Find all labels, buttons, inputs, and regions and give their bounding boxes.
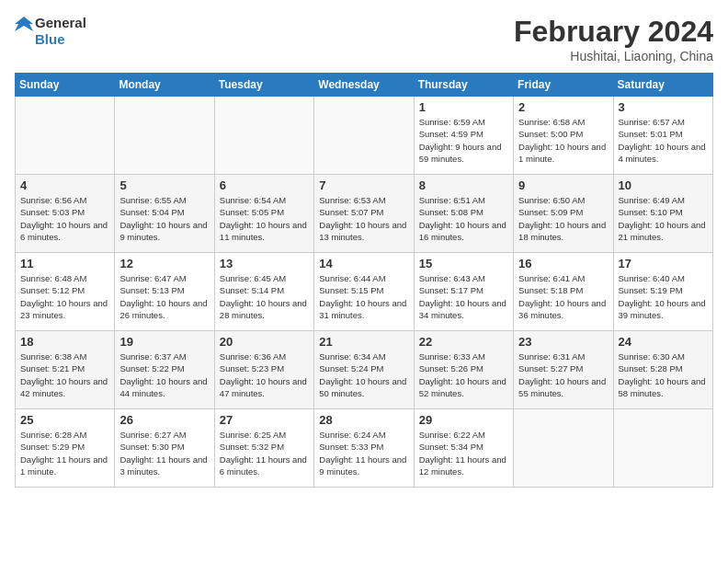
day-info: Sunrise: 6:27 AM Sunset: 5:30 PM Dayligh… <box>119 429 209 477</box>
calendar-cell: 11Sunrise: 6:48 AM Sunset: 5:12 PM Dayli… <box>16 253 115 331</box>
day-info: Sunrise: 6:48 AM Sunset: 5:12 PM Dayligh… <box>20 272 109 321</box>
calendar-cell: 21Sunrise: 6:34 AM Sunset: 5:24 PM Dayli… <box>314 331 414 409</box>
day-info: Sunrise: 6:28 AM Sunset: 5:29 PM Dayligh… <box>20 429 109 477</box>
calendar-cell: 5Sunrise: 6:55 AM Sunset: 5:04 PM Daylig… <box>115 175 214 253</box>
calendar-cell: 16Sunrise: 6:41 AM Sunset: 5:18 PM Dayli… <box>514 253 613 331</box>
location: Hushitai, Liaoning, China <box>514 49 713 63</box>
day-number: 23 <box>518 335 608 349</box>
day-number: 24 <box>619 335 708 349</box>
day-number: 1 <box>419 100 508 114</box>
day-info: Sunrise: 6:49 AM Sunset: 5:10 PM Dayligh… <box>619 194 708 243</box>
calendar-cell: 25Sunrise: 6:28 AM Sunset: 5:29 PM Dayli… <box>16 409 115 488</box>
day-number: 4 <box>20 178 109 192</box>
calendar-cell: 10Sunrise: 6:49 AM Sunset: 5:10 PM Dayli… <box>613 175 712 253</box>
day-number: 16 <box>518 257 608 270</box>
weekday-header-friday: Friday <box>514 74 613 97</box>
calendar-cell: 19Sunrise: 6:37 AM Sunset: 5:22 PM Dayli… <box>115 331 214 409</box>
day-info: Sunrise: 6:37 AM Sunset: 5:22 PM Dayligh… <box>119 350 209 399</box>
day-number: 8 <box>419 178 508 192</box>
calendar-cell <box>514 409 613 488</box>
calendar-cell: 23Sunrise: 6:31 AM Sunset: 5:27 PM Dayli… <box>514 331 613 409</box>
week-row-3: 11Sunrise: 6:48 AM Sunset: 5:12 PM Dayli… <box>16 253 713 331</box>
weekday-header-saturday: Saturday <box>613 74 712 97</box>
calendar-cell: 7Sunrise: 6:53 AM Sunset: 5:07 PM Daylig… <box>314 175 414 253</box>
calendar-cell: 18Sunrise: 6:38 AM Sunset: 5:21 PM Dayli… <box>16 331 115 409</box>
logo-line2: Blue <box>35 31 86 48</box>
day-info: Sunrise: 6:59 AM Sunset: 4:59 PM Dayligh… <box>419 116 508 165</box>
calendar-cell: 17Sunrise: 6:40 AM Sunset: 5:19 PM Dayli… <box>613 253 712 331</box>
calendar-cell <box>115 97 214 175</box>
day-info: Sunrise: 6:31 AM Sunset: 5:27 PM Dayligh… <box>518 350 608 399</box>
day-number: 12 <box>119 257 209 270</box>
calendar-cell <box>214 97 313 175</box>
day-info: Sunrise: 6:41 AM Sunset: 5:18 PM Dayligh… <box>518 272 608 321</box>
day-number: 17 <box>619 257 708 270</box>
day-number: 3 <box>619 100 708 114</box>
calendar-cell: 8Sunrise: 6:51 AM Sunset: 5:08 PM Daylig… <box>414 175 513 253</box>
calendar-table: SundayMondayTuesdayWednesdayThursdayFrid… <box>15 73 713 488</box>
day-number: 18 <box>20 335 109 349</box>
calendar-cell: 6Sunrise: 6:54 AM Sunset: 5:05 PM Daylig… <box>214 175 313 253</box>
day-info: Sunrise: 6:44 AM Sunset: 5:15 PM Dayligh… <box>319 272 408 321</box>
logo-line1: General <box>35 15 86 31</box>
day-number: 9 <box>518 178 608 192</box>
calendar-cell: 3Sunrise: 6:57 AM Sunset: 5:01 PM Daylig… <box>613 97 712 175</box>
day-number: 15 <box>419 257 508 270</box>
day-number: 2 <box>518 100 608 114</box>
day-info: Sunrise: 6:45 AM Sunset: 5:14 PM Dayligh… <box>220 272 309 321</box>
week-row-1: 1Sunrise: 6:59 AM Sunset: 4:59 PM Daylig… <box>16 97 713 175</box>
week-row-4: 18Sunrise: 6:38 AM Sunset: 5:21 PM Dayli… <box>16 331 713 409</box>
calendar-cell: 27Sunrise: 6:25 AM Sunset: 5:32 PM Dayli… <box>214 409 313 488</box>
logo: General Blue <box>15 15 86 48</box>
weekday-header-tuesday: Tuesday <box>214 74 313 97</box>
calendar-cell: 24Sunrise: 6:30 AM Sunset: 5:28 PM Dayli… <box>613 331 712 409</box>
day-number: 20 <box>220 335 309 349</box>
day-number: 25 <box>20 413 109 427</box>
day-number: 19 <box>119 335 209 349</box>
day-number: 7 <box>319 178 408 192</box>
day-number: 29 <box>419 413 508 427</box>
weekday-header-sunday: Sunday <box>16 74 115 97</box>
calendar-cell: 12Sunrise: 6:47 AM Sunset: 5:13 PM Dayli… <box>115 253 214 331</box>
day-info: Sunrise: 6:33 AM Sunset: 5:26 PM Dayligh… <box>419 350 508 399</box>
day-number: 21 <box>319 335 408 349</box>
day-number: 11 <box>20 257 109 270</box>
week-row-2: 4Sunrise: 6:56 AM Sunset: 5:03 PM Daylig… <box>16 175 713 253</box>
day-info: Sunrise: 6:57 AM Sunset: 5:01 PM Dayligh… <box>619 116 708 165</box>
day-info: Sunrise: 6:53 AM Sunset: 5:07 PM Dayligh… <box>319 194 408 243</box>
calendar-cell: 29Sunrise: 6:22 AM Sunset: 5:34 PM Dayli… <box>414 409 513 488</box>
day-number: 27 <box>220 413 309 427</box>
weekday-header-wednesday: Wednesday <box>314 74 414 97</box>
day-info: Sunrise: 6:24 AM Sunset: 5:33 PM Dayligh… <box>319 429 408 477</box>
day-number: 26 <box>119 413 209 427</box>
calendar-cell: 2Sunrise: 6:58 AM Sunset: 5:00 PM Daylig… <box>514 97 613 175</box>
calendar-cell: 13Sunrise: 6:45 AM Sunset: 5:14 PM Dayli… <box>214 253 313 331</box>
day-number: 14 <box>319 257 408 270</box>
calendar-cell: 14Sunrise: 6:44 AM Sunset: 5:15 PM Dayli… <box>314 253 414 331</box>
day-info: Sunrise: 6:25 AM Sunset: 5:32 PM Dayligh… <box>220 429 309 477</box>
day-info: Sunrise: 6:34 AM Sunset: 5:24 PM Dayligh… <box>319 350 408 399</box>
day-number: 10 <box>619 178 708 192</box>
day-info: Sunrise: 6:22 AM Sunset: 5:34 PM Dayligh… <box>419 429 508 477</box>
calendar-cell: 20Sunrise: 6:36 AM Sunset: 5:23 PM Dayli… <box>214 331 313 409</box>
logo-bird-icon <box>15 15 33 48</box>
day-info: Sunrise: 6:47 AM Sunset: 5:13 PM Dayligh… <box>119 272 209 321</box>
calendar-cell <box>16 97 115 175</box>
weekday-header-row: SundayMondayTuesdayWednesdayThursdayFrid… <box>16 74 713 97</box>
day-info: Sunrise: 6:43 AM Sunset: 5:17 PM Dayligh… <box>419 272 508 321</box>
calendar-cell <box>613 409 712 488</box>
calendar-cell: 22Sunrise: 6:33 AM Sunset: 5:26 PM Dayli… <box>414 331 513 409</box>
logo-container: General Blue <box>15 15 86 48</box>
logo-text: General Blue <box>35 15 86 48</box>
day-info: Sunrise: 6:38 AM Sunset: 5:21 PM Dayligh… <box>20 350 109 399</box>
day-number: 28 <box>319 413 408 427</box>
day-info: Sunrise: 6:40 AM Sunset: 5:19 PM Dayligh… <box>619 272 708 321</box>
day-info: Sunrise: 6:51 AM Sunset: 5:08 PM Dayligh… <box>419 194 508 243</box>
day-number: 5 <box>119 178 209 192</box>
calendar-cell: 28Sunrise: 6:24 AM Sunset: 5:33 PM Dayli… <box>314 409 414 488</box>
day-info: Sunrise: 6:58 AM Sunset: 5:00 PM Dayligh… <box>518 116 608 165</box>
week-row-5: 25Sunrise: 6:28 AM Sunset: 5:29 PM Dayli… <box>16 409 713 488</box>
day-info: Sunrise: 6:30 AM Sunset: 5:28 PM Dayligh… <box>619 350 708 399</box>
calendar-cell: 26Sunrise: 6:27 AM Sunset: 5:30 PM Dayli… <box>115 409 214 488</box>
day-info: Sunrise: 6:36 AM Sunset: 5:23 PM Dayligh… <box>220 350 309 399</box>
